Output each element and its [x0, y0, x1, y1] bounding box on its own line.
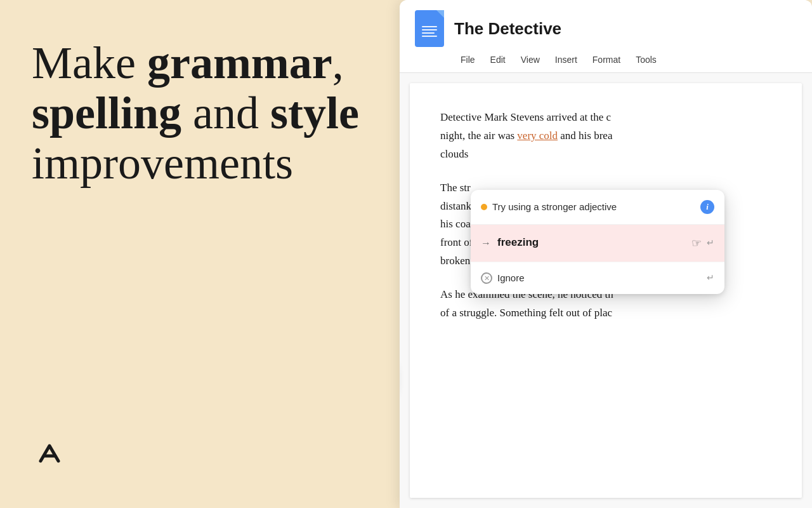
headline-bold-spelling: spelling	[32, 88, 181, 138]
headline-bold-style: style	[270, 88, 359, 138]
cursor-icon: ☞	[691, 234, 702, 253]
menu-view[interactable]: View	[514, 52, 546, 67]
suggestion-header: Try using a stronger adjective i	[471, 190, 724, 225]
headline: Make grammar, spelling and style improve…	[32, 38, 368, 189]
menu-file[interactable]: File	[454, 52, 481, 67]
doc-title-row: The Detective	[415, 10, 797, 47]
suggestion-item-right: ☞ ↵	[691, 234, 714, 253]
suggestion-popup: Try using a stronger adjective i → freez…	[471, 190, 724, 294]
para1-after: and his brea	[558, 130, 612, 142]
suggestion-title: Try using a stronger adjective	[492, 199, 617, 215]
menu-tools[interactable]: Tools	[629, 52, 663, 67]
suggestion-item-left: → freezing	[481, 234, 539, 252]
highlighted-phrase: very cold	[517, 130, 558, 142]
headline-improvements: improvements	[32, 138, 293, 189]
headline-and: and	[181, 88, 270, 138]
ignore-left: ✕ Ignore	[481, 270, 525, 286]
left-panel: Make grammar, spelling and style improve…	[0, 0, 400, 508]
shortcut-enter-icon: ↵	[707, 236, 714, 251]
para1-night: night, the air was	[440, 130, 517, 142]
ignore-label: Ignore	[497, 270, 525, 286]
headline-bold-grammar: grammar	[147, 37, 332, 88]
menu-format[interactable]: Format	[586, 52, 627, 67]
suggestion-replacement-item[interactable]: → freezing ☞ ↵	[471, 225, 724, 262]
doc-icon-line1	[422, 26, 437, 27]
suggestion-word: freezing	[497, 234, 539, 252]
ignore-shortcut-icon: ↵	[707, 271, 714, 286]
headline-comma1: ,	[332, 37, 344, 88]
headline-text-make: Make	[32, 37, 147, 88]
suggestion-header-left: Try using a stronger adjective	[481, 199, 617, 215]
para2-start: The str	[440, 182, 471, 194]
para2-mid: distan	[440, 200, 466, 212]
grammarly-logo	[32, 441, 368, 470]
para1-before: Detective Mark Stevens arrived at the c	[440, 111, 611, 123]
ignore-circle-icon: ✕	[481, 272, 492, 284]
doc-icon-line2	[422, 29, 437, 30]
orange-dot-icon	[481, 204, 487, 210]
para1-clouds: clouds	[440, 148, 468, 160]
google-docs-icon	[415, 10, 444, 47]
doc-icon-line4	[422, 36, 437, 37]
menu-edit[interactable]: Edit	[484, 52, 512, 67]
doc-header: The Detective File Edit View Insert Form…	[400, 0, 812, 73]
doc-title: The Detective	[454, 19, 561, 39]
doc-content: Detective Mark Stevens arrived at the c …	[410, 83, 802, 498]
right-panel: The Detective File Edit View Insert Form…	[400, 0, 812, 508]
menu-insert[interactable]: Insert	[549, 52, 584, 67]
paragraph-1: Detective Mark Stevens arrived at the c …	[440, 109, 771, 164]
ignore-item[interactable]: ✕ Ignore ↵	[471, 262, 724, 294]
para3-end: of a struggle. Something felt out of pla…	[440, 307, 612, 319]
doc-menu: File Edit View Insert Format Tools	[415, 52, 797, 72]
doc-text: Detective Mark Stevens arrived at the c …	[440, 109, 771, 323]
arrow-icon: →	[481, 234, 491, 251]
doc-icon-line3	[422, 32, 435, 34]
info-icon[interactable]: i	[700, 200, 714, 214]
